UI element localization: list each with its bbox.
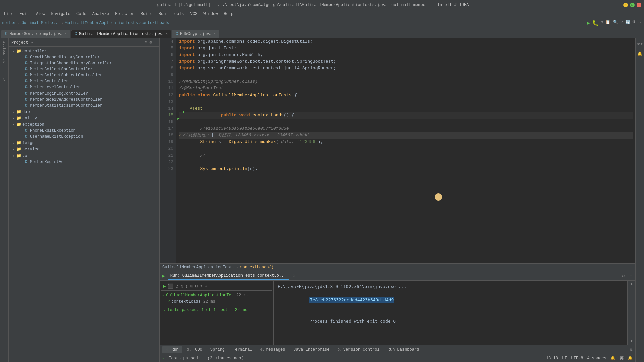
debug-button[interactable]: 🐛 bbox=[592, 20, 599, 26]
run-tree-contextloads[interactable]: ✓ contextLoads 22 ms bbox=[161, 298, 272, 305]
menu-view[interactable]: View bbox=[33, 11, 48, 17]
left-toolbar: 1: Project 2: ... bbox=[0, 38, 9, 362]
tree-class-memberreceiveaddresscontroller[interactable]: C MemberReceiveAddressController bbox=[9, 97, 159, 103]
folder-icon: 📁 bbox=[16, 49, 21, 54]
tree-class-memberregistvo[interactable]: C MemberRegistVo bbox=[9, 159, 159, 165]
nav-method[interactable]: GulimallMemberApplicationTests.contextLo… bbox=[65, 21, 169, 25]
status-notification-icon[interactable]: 🔔 bbox=[628, 356, 633, 361]
menu-window[interactable]: Window bbox=[201, 11, 220, 17]
run-filter-btn[interactable]: ⇅ bbox=[180, 283, 183, 289]
bottom-tab-run[interactable]: 4: Run bbox=[162, 346, 182, 353]
run-panel-close[interactable]: − bbox=[630, 273, 633, 279]
nav-class[interactable]: GulimallMembe... bbox=[21, 21, 60, 25]
run-tree-root[interactable]: ✓ GulimallMemberApplicationTes 22 ms bbox=[161, 292, 272, 298]
tab-memberserviceimpl[interactable]: C MemberServiceImpl.java × bbox=[1, 30, 70, 38]
sidebar-settings-icon[interactable]: ⚙ bbox=[149, 40, 152, 45]
menu-tools[interactable]: Tools bbox=[169, 11, 187, 17]
bottom-tab-terminal[interactable]: Terminal bbox=[229, 346, 256, 353]
run-play-btn[interactable]: ▶ bbox=[163, 283, 166, 289]
close-button[interactable]: × bbox=[637, 3, 641, 7]
status-line-ending[interactable]: LF bbox=[562, 356, 567, 361]
code-line-11: //@SpringBootTest bbox=[179, 85, 633, 92]
code-line-5: import org.junit.Test; bbox=[179, 45, 633, 52]
code-editor[interactable]: 4 5 6 7 8 9 10 11 12 13 14 15 16 17 18 1… bbox=[160, 38, 635, 263]
tree-folder-entity[interactable]: ▸ 📁 entity bbox=[9, 115, 159, 121]
tab-md5crypt[interactable]: C Md5Crypt.java × bbox=[172, 30, 219, 38]
sidebar-title: Project ▾ bbox=[11, 40, 143, 45]
left-tool-1[interactable]: 1: Project bbox=[2, 41, 6, 63]
vc-tab-num: 9: bbox=[338, 348, 342, 352]
tree-class-phoneexsitexception[interactable]: C PhoneExsitException bbox=[9, 128, 159, 134]
tree-folder-service[interactable]: ▸ 📁 service bbox=[9, 146, 159, 153]
minimize-button[interactable]: − bbox=[623, 3, 628, 7]
maximize-button[interactable]: □ bbox=[630, 3, 635, 7]
tree-folder-vo[interactable]: ▾ 📁 vo bbox=[9, 153, 159, 159]
bottom-tab-messages[interactable]: 0: Messages bbox=[257, 346, 289, 353]
menu-vcs[interactable]: VCS bbox=[187, 11, 200, 17]
menu-refactor[interactable]: Refactor bbox=[112, 11, 137, 17]
right-tool-more[interactable]: ⋮ bbox=[637, 60, 643, 66]
tab-close-memberserviceimpl[interactable]: × bbox=[65, 32, 67, 36]
folder-icon: 📁 bbox=[16, 122, 21, 127]
run-close-btn[interactable]: × bbox=[293, 274, 295, 278]
bottom-tab-versioncontrol[interactable]: 9: Version Control bbox=[334, 346, 383, 353]
tree-class-usernameexistexception[interactable]: C UsernameExistException bbox=[9, 134, 159, 140]
left-tool-2[interactable]: 2: ... bbox=[2, 68, 6, 82]
run-settings-icon[interactable]: ⚙ bbox=[622, 273, 624, 279]
code-line-20 bbox=[179, 145, 633, 152]
code-content[interactable]: import org.apache.commons.codec.digest.D… bbox=[176, 38, 635, 263]
status-git-icon: 🔔 bbox=[610, 356, 615, 361]
run-stop-btn[interactable]: ⬛ bbox=[168, 283, 173, 289]
status-lang-en[interactable]: 英 bbox=[620, 355, 624, 361]
menu-code[interactable]: Code bbox=[74, 11, 89, 17]
menu-analyze[interactable]: Analyze bbox=[90, 11, 112, 17]
expand-bottom-icon[interactable]: ⇅ bbox=[630, 347, 633, 352]
tree-folder-exception[interactable]: ▾ 📁 exception bbox=[9, 121, 159, 128]
sidebar-minimize-icon[interactable]: − bbox=[154, 40, 157, 45]
run-more-btn[interactable]: ⬆ bbox=[200, 283, 203, 289]
tree-folder-feign[interactable]: ▸ 📁 feign bbox=[9, 140, 159, 146]
tree-folder-dao[interactable]: ▸ 📁 dao bbox=[9, 109, 159, 115]
tree-class-membercontroller[interactable]: C MemberController bbox=[9, 78, 159, 84]
class-icon: C bbox=[23, 91, 29, 96]
run-rerun-btn[interactable]: ↺ bbox=[175, 283, 178, 289]
status-encoding[interactable]: UTF-8 bbox=[571, 356, 583, 361]
run-collapse-btn[interactable]: ⊟ bbox=[195, 283, 198, 289]
tab-gulimallmemberapplicationtests[interactable]: C GulimallMemberApplicationTests.java × bbox=[71, 30, 171, 38]
run-tab[interactable]: Run: GulimallMemberApplicationTests.cont… bbox=[168, 272, 289, 280]
tree-class-memberloginlogcontroller[interactable]: C MemberLoginLogController bbox=[9, 90, 159, 97]
tree-class-growthchangehistorycontroller[interactable]: C GrowthChangeHistoryController bbox=[9, 54, 159, 60]
menu-run[interactable]: Run bbox=[156, 11, 169, 17]
bottom-tab-javaenterprise[interactable]: Java Enterprise bbox=[290, 346, 333, 353]
run-button[interactable]: ▶ bbox=[587, 20, 590, 26]
tree-folder-controller[interactable]: ▾ 📁 controller bbox=[9, 48, 159, 54]
menu-build[interactable]: Build bbox=[138, 11, 155, 17]
tab-close-md5crypt[interactable]: × bbox=[214, 32, 216, 36]
tree-class-memberlevelcontroller[interactable]: C MemberLevelController bbox=[9, 84, 159, 90]
right-tool-notifications[interactable]: 🔔 bbox=[637, 50, 643, 57]
run-sort-btn[interactable]: ↕ bbox=[185, 284, 188, 289]
menu-file[interactable]: File bbox=[1, 11, 16, 17]
run-down-btn[interactable]: ⬇ bbox=[205, 283, 207, 289]
menu-edit[interactable]: Edit bbox=[17, 11, 32, 17]
bottom-tab-rundashboard[interactable]: Run Dashboard bbox=[384, 346, 423, 353]
tree-class-membercollectspucontroller[interactable]: C MemberCollectSpuController bbox=[9, 66, 159, 72]
right-tool-git[interactable]: Git bbox=[637, 41, 643, 48]
breadcrumb-method: contextLoads() bbox=[240, 265, 274, 270]
tree-class-membercollectsubjectcontroller[interactable]: C MemberCollectSubjectController bbox=[9, 72, 159, 78]
run-tree: ▶ ⬛ ↺ ⇅ ↕ ⊞ ⊟ ⬆ ⬇ ✓ GulimallMemberApplic… bbox=[160, 281, 274, 345]
tab-close-gulimall[interactable]: × bbox=[166, 32, 168, 36]
tree-class-memberstatisticsinfocontroller[interactable]: C MemberStatisticsInfoController bbox=[9, 103, 159, 109]
sidebar-add-icon[interactable]: ⊕ bbox=[145, 40, 148, 45]
bottom-tab-spring[interactable]: Spring bbox=[207, 346, 228, 353]
nav-member[interactable]: member bbox=[2, 21, 16, 25]
bottom-tab-todo[interactable]: 6: TODO bbox=[183, 346, 206, 353]
scroll-down[interactable]: ▼ bbox=[630, 339, 633, 343]
menu-navigate[interactable]: Navigate bbox=[48, 11, 73, 17]
tree-class-integrationchangehistorycontroller[interactable]: C IntegrationChangeHistoryController bbox=[9, 60, 159, 66]
menu-help[interactable]: Help bbox=[221, 11, 236, 17]
run-expand-btn[interactable]: ⊞ bbox=[190, 283, 193, 289]
scroll-up[interactable]: ▲ bbox=[630, 282, 633, 287]
status-indent[interactable]: 4 spaces bbox=[587, 356, 606, 361]
status-position[interactable]: 18:18 bbox=[546, 356, 558, 361]
